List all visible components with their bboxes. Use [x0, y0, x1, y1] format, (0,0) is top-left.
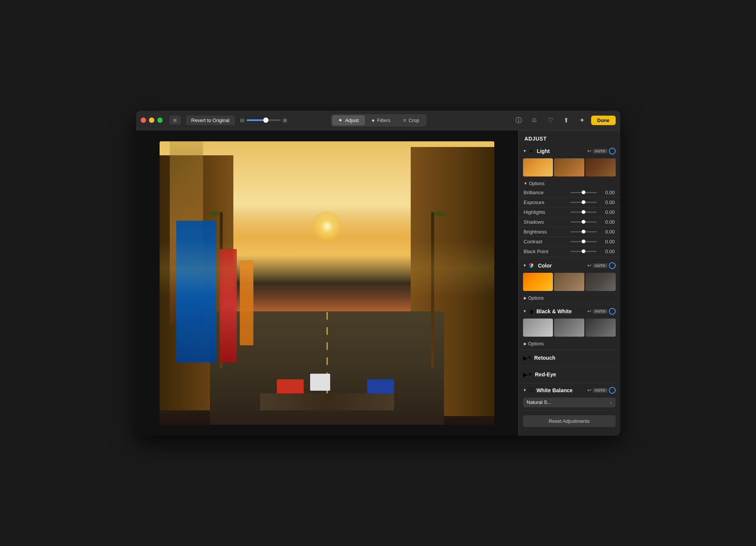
favorite-button[interactable]: ♡ — [543, 115, 557, 125]
magic-wand-button[interactable]: ✦ — [575, 115, 589, 125]
bw-title: Black & White — [536, 308, 586, 314]
brightness-slider[interactable] — [570, 231, 597, 232]
edit-tabs: ✦ Adjust ● Filters ⌗ Crop — [331, 114, 426, 127]
shadows-row[interactable]: Shadows 0.00 — [518, 217, 620, 227]
brightness-label: Brightness — [524, 229, 567, 235]
zoom-control: ⊟ ⊞ — [240, 118, 287, 123]
photo-area[interactable] — [136, 130, 518, 436]
highlights-slider[interactable] — [570, 212, 597, 213]
tab-adjust[interactable]: ✦ Adjust — [332, 115, 365, 125]
brilliance-row[interactable]: Brilliance 0.00 — [518, 188, 620, 198]
fullscreen-button[interactable] — [157, 118, 163, 123]
info-button[interactable]: ⓘ — [512, 115, 525, 125]
bw-section-header[interactable]: ▼ ◑ Black & White ↩ AUTO — [518, 306, 620, 317]
zoom-in-icon[interactable]: ⊞ — [283, 118, 287, 123]
crop-icon: ⌗ — [403, 117, 406, 124]
divider-2 — [518, 304, 620, 304]
wb-auto-badge[interactable]: AUTO — [593, 388, 607, 393]
light-icon: ☀ — [529, 148, 534, 154]
brightness-value: 0.00 — [600, 229, 615, 235]
tab-filters[interactable]: ● Filters — [366, 115, 397, 125]
light-options-label: Options — [529, 181, 544, 186]
grid-view-button[interactable]: ⊞ — [169, 116, 181, 125]
color-thumb-2[interactable] — [554, 273, 584, 291]
photo-image — [160, 141, 494, 425]
bw-thumb-2[interactable] — [554, 319, 584, 337]
highlights-row[interactable]: Highlights 0.00 — [518, 207, 620, 217]
light-options-header[interactable]: ▼ Options — [518, 179, 620, 188]
color-auto-badge[interactable]: AUTO — [593, 263, 607, 268]
light-section-header[interactable]: ▼ ☀ Light ↩ AUTO — [518, 145, 620, 157]
color-options-header[interactable]: ▶ Options — [518, 294, 620, 302]
info-icon: ⓘ — [515, 116, 522, 125]
bw-thumb-1[interactable] — [523, 319, 553, 337]
emoji-button[interactable]: ☺ — [528, 115, 541, 125]
exposure-row[interactable]: Exposure 0.00 — [518, 198, 620, 207]
bw-icon: ◑ — [529, 308, 533, 314]
tab-crop-label: Crop — [408, 118, 419, 123]
zoom-out-icon[interactable]: ⊟ — [240, 118, 244, 123]
blackpoint-slider[interactable] — [570, 251, 597, 252]
color-options-label: Options — [528, 295, 544, 301]
wb-chevron-icon: ▼ — [523, 388, 527, 392]
redeye-row[interactable]: ▶ 👁 Red-Eye — [518, 368, 620, 381]
bw-undo-icon[interactable]: ↩ — [587, 308, 591, 314]
wand-icon: ✦ — [579, 116, 585, 124]
bw-options-header[interactable]: ▶ Options — [518, 340, 620, 348]
reset-button[interactable]: Reset Adjustments — [523, 415, 616, 427]
bw-controls: ↩ AUTO — [587, 308, 615, 315]
color-thumb-3[interactable] — [585, 273, 616, 291]
exposure-slider[interactable] — [570, 202, 597, 203]
wb-toggle[interactable] — [609, 387, 616, 394]
color-thumb-1[interactable] — [523, 273, 553, 291]
divider-4 — [518, 366, 620, 367]
light-controls: ↩ AUTO — [587, 148, 615, 155]
color-section-header[interactable]: ▼ Color ↩ AUTO — [518, 260, 620, 271]
brilliance-label: Brilliance — [524, 190, 567, 195]
blackpoint-row[interactable]: Black Point 0.00 — [518, 247, 620, 257]
highlights-thumb — [582, 210, 585, 214]
tab-crop[interactable]: ⌗ Crop — [397, 115, 425, 125]
wb-undo-icon[interactable]: ↩ — [587, 387, 591, 393]
light-thumb-1[interactable] — [523, 158, 553, 176]
retouch-row[interactable]: ▶ ✎ Retouch — [518, 351, 620, 365]
wb-icon: ☐ — [529, 387, 533, 393]
light-toggle[interactable] — [609, 148, 616, 155]
wb-dropdown[interactable]: Natural S... › — [523, 398, 616, 407]
redeye-chevron-icon: ▶ — [523, 371, 528, 378]
wb-controls: ↩ AUTO — [587, 387, 615, 394]
minimize-button[interactable] — [149, 118, 154, 123]
brilliance-slider[interactable] — [570, 192, 597, 193]
shadows-slider[interactable] — [570, 221, 597, 223]
bw-options-label: Options — [528, 341, 544, 346]
color-toggle[interactable] — [609, 262, 616, 269]
bw-auto-badge[interactable]: AUTO — [593, 309, 607, 314]
main-window: ⊞ Revert to Original ⊟ ⊞ ✦ Adjust ● Filt… — [136, 111, 620, 436]
close-button[interactable] — [141, 118, 146, 123]
light-thumb-2[interactable] — [554, 158, 584, 176]
traffic-lights — [141, 118, 163, 123]
light-thumbnails — [518, 157, 620, 179]
light-thumb-3[interactable] — [585, 158, 616, 176]
light-auto-badge[interactable]: AUTO — [593, 149, 607, 153]
emoji-icon: ☺ — [531, 116, 537, 124]
contrast-slider[interactable] — [570, 241, 597, 242]
exposure-value: 0.00 — [600, 200, 615, 205]
contrast-row[interactable]: Contrast 0.00 — [518, 237, 620, 247]
done-button[interactable]: Done — [591, 116, 616, 125]
share-button[interactable]: ⬆ — [559, 115, 573, 125]
blackpoint-label: Black Point — [524, 249, 567, 254]
contrast-thumb — [582, 240, 585, 243]
divider-3 — [518, 350, 620, 350]
brightness-row[interactable]: Brightness 0.00 — [518, 227, 620, 237]
color-undo-icon[interactable]: ↩ — [587, 263, 591, 268]
bw-toggle[interactable] — [609, 308, 616, 315]
bw-thumb-3[interactable] — [585, 319, 616, 337]
retouch-icon: ✎ — [528, 355, 532, 361]
done-label: Done — [597, 118, 610, 123]
revert-button[interactable]: Revert to Original — [186, 116, 235, 125]
wb-dropdown-arrow-icon: › — [610, 399, 612, 405]
wb-section-header[interactable]: ▼ ☐ White Balance ↩ AUTO — [518, 385, 620, 396]
light-undo-icon[interactable]: ↩ — [587, 148, 591, 154]
zoom-slider[interactable] — [247, 119, 281, 121]
